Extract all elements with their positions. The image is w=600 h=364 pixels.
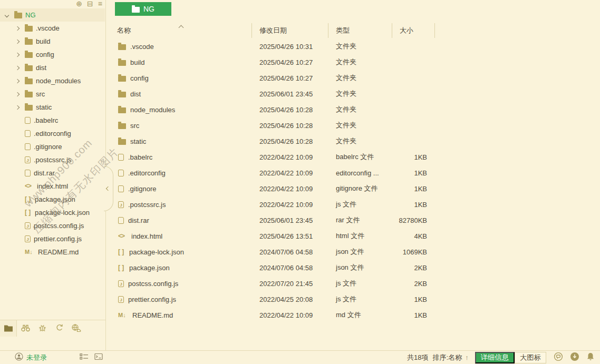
download-icon[interactable] <box>570 352 579 363</box>
file-row[interactable]: dist.rar 2025/06/01 23:45 rar 文件 82780KB <box>106 212 600 228</box>
file-name-cell: README.md <box>106 311 252 319</box>
chevron-icon[interactable] <box>16 153 25 166</box>
tree-item[interactable]: src <box>0 87 105 101</box>
file-row[interactable]: dist 2025/06/01 23:45 文件夹 <box>106 86 600 102</box>
tree-item[interactable]: postcss.config.js <box>0 219 105 232</box>
view-large-icons-button[interactable]: 大图标 <box>515 352 546 363</box>
file-row[interactable]: postcss.config.js 2022/07/20 21:45 js 文件… <box>106 276 600 291</box>
chevron-icon[interactable] <box>5 8 14 22</box>
file-size: 2KB <box>392 280 435 288</box>
chevron-icon[interactable] <box>16 206 25 219</box>
chevron-icon[interactable] <box>16 193 25 206</box>
chevron-icon[interactable] <box>16 140 25 153</box>
file-name-cell: .gitignore <box>106 185 252 193</box>
file-row[interactable]: node_modules 2025/04/26 10:28 文件夹 <box>106 102 600 117</box>
file-row[interactable]: package.json 2024/07/06 04:58 json 文件 2K… <box>106 260 600 276</box>
tree-item[interactable]: dist.rar <box>0 166 105 180</box>
chevron-icon[interactable] <box>16 232 25 245</box>
current-folder-tab[interactable]: NG <box>115 2 171 16</box>
tree-item[interactable]: .postcssrc.js <box>0 153 105 166</box>
item-count: 共18项 <box>407 353 428 362</box>
tree-item[interactable]: config <box>0 48 105 61</box>
terminal-icon[interactable] <box>94 353 103 362</box>
file-row[interactable]: prettier.config.js 2022/04/25 20:08 js 文… <box>106 291 600 307</box>
column-header-date[interactable]: 修改日期 <box>252 23 328 38</box>
tree-item[interactable]: prettier.config.js <box>0 232 105 245</box>
file-row[interactable]: index.html 2025/04/26 13:51 html 文件 4KB <box>106 228 600 244</box>
tree-item[interactable]: dist <box>0 61 105 74</box>
tree-item[interactable]: build <box>0 35 105 48</box>
tab-search[interactable] <box>17 320 34 337</box>
tree-item[interactable]: package-lock.json <box>0 206 105 219</box>
column-header-size[interactable]: 大小 <box>392 23 435 38</box>
tree-item[interactable]: index.html <box>0 180 105 193</box>
tree-item[interactable]: package.json <box>0 193 105 206</box>
file-name: .gitignore <box>128 185 156 193</box>
chevron-icon[interactable] <box>16 48 25 61</box>
chevron-icon[interactable] <box>16 61 25 74</box>
tree-item[interactable]: .editorconfig <box>0 127 105 140</box>
chevron-icon[interactable] <box>16 245 25 259</box>
login-status[interactable]: 未登录 <box>15 352 47 362</box>
chevron-icon[interactable] <box>16 166 25 180</box>
chevron-icon[interactable] <box>16 114 25 127</box>
view-detail-button[interactable]: 详细信息 <box>475 352 515 363</box>
tab-web[interactable] <box>67 320 84 337</box>
file-name-cell: config <box>106 74 252 82</box>
tree-item[interactable]: .gitignore <box>0 140 105 153</box>
file-row[interactable]: .vscode 2025/04/26 10:31 文件夹 <box>106 38 600 54</box>
file-type-icon <box>25 156 31 163</box>
file-row[interactable]: package-lock.json 2024/07/06 04:58 json … <box>106 244 600 260</box>
tree-item[interactable]: README.md <box>0 245 105 259</box>
file-name: package-lock.json <box>129 248 184 256</box>
file-row[interactable]: static 2025/04/26 10:28 文件夹 <box>106 133 600 149</box>
file-type-icon <box>118 264 125 271</box>
file-type: js 文件 <box>328 294 392 304</box>
file-type-icon <box>118 92 126 97</box>
file-name: build <box>130 58 144 66</box>
chevron-icon[interactable] <box>16 35 25 48</box>
chevron-icon[interactable] <box>16 101 25 114</box>
chevron-icon[interactable] <box>16 127 25 140</box>
tree-item[interactable]: NG <box>0 8 105 22</box>
column-header-type[interactable]: 类型 <box>328 23 392 38</box>
file-row[interactable]: src 2025/04/26 10:28 文件夹 <box>106 117 600 133</box>
tree-item-label: .babelrc <box>34 116 58 124</box>
chevron-icon[interactable] <box>16 180 25 193</box>
bell-icon[interactable] <box>586 352 595 363</box>
file-name-cell: .postcssrc.js <box>106 201 252 209</box>
tree-item[interactable]: .babelrc <box>0 114 105 127</box>
file-name: dist <box>130 90 141 98</box>
tree-item-label: dist.rar <box>34 169 55 177</box>
chevron-icon[interactable] <box>16 87 25 101</box>
tab-files[interactable] <box>0 320 17 337</box>
file-row[interactable]: README.md 2022/04/22 10:09 md 文件 1KB <box>106 307 600 323</box>
sort-direction-arrow[interactable]: ↑ <box>465 353 469 361</box>
tree-item[interactable]: node_modules <box>0 74 105 87</box>
collapse-all-icon[interactable]: ⊟ <box>87 0 93 8</box>
file-type-icon <box>118 217 124 224</box>
file-row[interactable]: .postcssrc.js 2022/04/22 10:09 js 文件 1KB <box>106 196 600 212</box>
file-row[interactable]: build 2025/04/26 10:27 文件夹 <box>106 54 600 70</box>
file-date: 2022/04/22 10:09 <box>252 153 328 161</box>
file-row[interactable]: .editorconfig 2022/04/22 10:09 editorcon… <box>106 165 600 181</box>
file-type-icon <box>25 130 31 137</box>
chevron-icon[interactable] <box>16 74 25 87</box>
file-row[interactable]: .babelrc 2022/04/22 10:09 babelrc 文件 1KB <box>106 149 600 165</box>
tab-sync[interactable] <box>51 320 67 337</box>
locate-icon[interactable]: ⊕ <box>76 0 82 8</box>
chevron-icon[interactable] <box>16 219 25 232</box>
tab-debug[interactable] <box>34 320 51 337</box>
task-list-icon[interactable] <box>80 353 89 362</box>
menu-icon[interactable]: ≡ <box>98 0 102 8</box>
tree-item[interactable]: .vscode <box>0 22 105 35</box>
column-header-name[interactable]: 名称 <box>106 23 252 38</box>
tree-item[interactable]: static <box>0 101 105 114</box>
file-row[interactable]: .gitignore 2022/04/22 10:09 gitignore 文件… <box>106 181 600 196</box>
feedback-icon[interactable] <box>554 352 563 363</box>
file-row[interactable]: config 2025/04/26 10:27 文件夹 <box>106 70 600 86</box>
file-size: 1KB <box>392 185 435 193</box>
chevron-icon[interactable] <box>16 22 25 35</box>
sort-label[interactable]: 排序:名称 <box>433 353 462 362</box>
bug-icon <box>38 323 47 333</box>
